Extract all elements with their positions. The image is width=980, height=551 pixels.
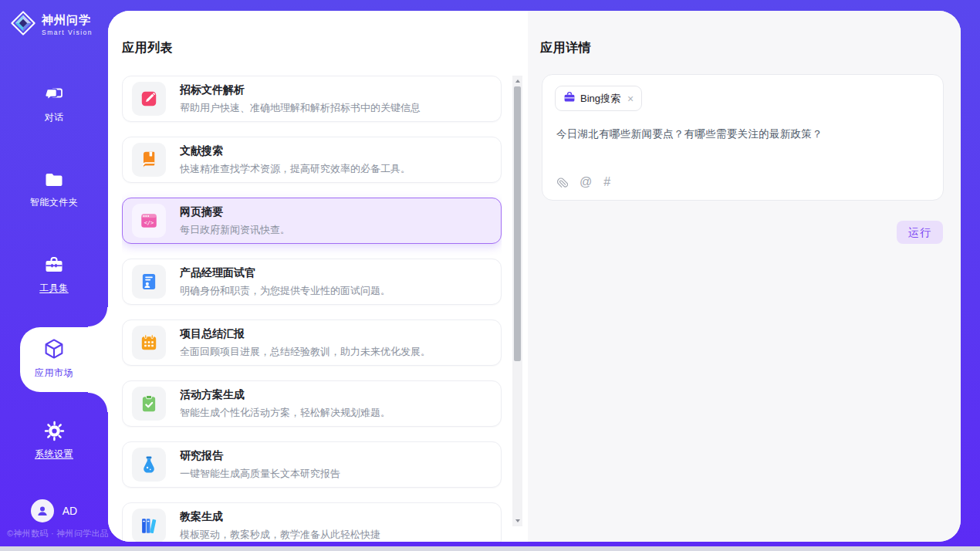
query-text[interactable]: 今日湖北有哪些新闻要点？有哪些需要关注的最新政策？ [556, 127, 929, 141]
app-card-title: 产品经理面试官 [180, 266, 390, 280]
books-icon [132, 509, 166, 542]
svg-text:</>: </> [144, 219, 154, 226]
composer-toolbar: @# [556, 175, 610, 189]
sidebar-item-label: 智能文件夹 [0, 196, 108, 209]
sidebar-item-label: 系统设置 [0, 448, 108, 461]
attachment-icon[interactable] [556, 176, 568, 189]
app-detail-panel: 应用详情 Bing搜索 × 今日湖北有哪些新闻要点？有哪些需要关注的最新政策？ … [528, 11, 961, 542]
prompt-input-card[interactable]: Bing搜索 × 今日湖北有哪些新闻要点？有哪些需要关注的最新政策？ @# [542, 74, 944, 201]
active-nav-bubble-curve-top [88, 307, 108, 327]
brand-name: 神州问学 [42, 13, 93, 28]
mention-icon[interactable]: @ [580, 175, 592, 189]
app-card-description: 全面回顾项目进展，总结经验教训，助力未来优化发展。 [180, 345, 431, 359]
app-card-title: 网页摘要 [180, 205, 290, 219]
app-card-description: 每日政府新闻资讯快查。 [180, 223, 290, 237]
app-card-description: 模板驱动，教案秒成，教学准备从此轻松快捷 [180, 528, 380, 542]
app-card-title: 教案生成 [180, 510, 380, 524]
app-card-title: 活动方案生成 [180, 388, 390, 402]
app-card-description: 明确身份和职责，为您提供专业性的面试问题。 [180, 284, 390, 298]
calendar-icon [132, 326, 166, 360]
app-card-literature-search[interactable]: 文献搜索快速精准查找学术资源，提高研究效率的必备工具。 [122, 137, 502, 183]
app-card-project-summary[interactable]: 项目总结汇报全面回顾项目进展，总结经验教训，助力未来优化发展。 [122, 319, 502, 366]
hashtag-icon[interactable]: # [603, 175, 610, 189]
copyright-footer: ©神州数码 · 神州问学出品 [7, 528, 108, 539]
cube-icon [42, 337, 66, 359]
scrollbar-up-arrow-icon[interactable] [512, 76, 522, 86]
app-card-event-plan[interactable]: 活动方案生成智能生成个性化活动方案，轻松解决规划难题。 [122, 380, 502, 427]
tool-tag-close-icon[interactable]: × [627, 93, 634, 104]
app-card-lesson-plan[interactable]: 教案生成模板驱动，教案秒成，教学准备从此轻松快捷 [122, 502, 502, 542]
main-content: 应用列表 招标文件解析帮助用户快速、准确地理解和解析招标书中的关键信息文献搜索快… [108, 11, 961, 542]
app-list-panel: 应用列表 招标文件解析帮助用户快速、准确地理解和解析招标书中的关键信息文献搜索快… [108, 11, 528, 542]
avatar [31, 499, 54, 522]
sidebar-item-smart-folders[interactable]: 智能文件夹 [0, 170, 108, 209]
briefcase-icon [563, 91, 576, 106]
sidebar-item-system-settings[interactable]: 系统设置 [0, 421, 108, 461]
app-card-title: 项目总结汇报 [180, 327, 431, 341]
app-card-title: 招标文件解析 [180, 83, 421, 97]
user-profile[interactable]: AD [0, 499, 108, 522]
flask-icon [132, 448, 166, 482]
tool-tag-bing-search[interactable]: Bing搜索 × [555, 86, 642, 111]
app-card-title: 研究报告 [180, 449, 340, 463]
sidebar-item-label: 对话 [0, 111, 108, 124]
app-card-description: 智能生成个性化活动方案，轻松解决规划难题。 [180, 406, 390, 420]
app-card-list: 招标文件解析帮助用户快速、准确地理解和解析招标书中的关键信息文献搜索快速精准查找… [122, 76, 502, 542]
brand-logo: 神州问学 Smart Vision [10, 10, 93, 39]
tool-tag-label: Bing搜索 [580, 92, 620, 106]
sidebar: 神州问学 Smart Vision 对话智能文件夹工具集应用市场系统设置 AD … [0, 0, 108, 546]
scrollbar[interactable] [512, 76, 522, 526]
sidebar-item-toolset[interactable]: 工具集 [0, 255, 108, 295]
app-list-title: 应用列表 [122, 40, 173, 56]
sidebar-item-app-market[interactable]: 应用市场 [0, 337, 108, 380]
app-card-research-report[interactable]: 研究报告一键智能生成高质量长文本研究报告 [122, 441, 502, 488]
user-label: AD [63, 505, 77, 517]
web-code-icon: </> [132, 204, 166, 238]
toolbox-icon [44, 255, 64, 277]
active-nav-bubble-curve-bottom [88, 392, 108, 412]
folder-icon [44, 170, 64, 191]
sidebar-item-chat[interactable]: 对话 [0, 85, 108, 124]
gear-icon [44, 421, 65, 442]
app-card-title: 文献搜索 [180, 144, 411, 158]
brand-tagline: Smart Vision [42, 29, 93, 36]
brand-diamond-icon [10, 10, 36, 39]
app-card-web-summary[interactable]: </>网页摘要每日政府新闻资讯快查。 [122, 198, 502, 244]
app-card-description: 帮助用户快速、准确地理解和解析招标书中的关键信息 [180, 101, 421, 115]
chat-icon [44, 85, 65, 106]
scrollbar-thumb[interactable] [514, 86, 521, 361]
app-card-description: 一键智能生成高质量长文本研究报告 [180, 467, 340, 481]
doc-edit-icon [132, 82, 166, 116]
clipboard-check-icon [132, 387, 166, 421]
interviewer-icon [132, 265, 166, 299]
app-card-description: 快速精准查找学术资源，提高研究效率的必备工具。 [180, 162, 411, 176]
sidebar-item-label: 应用市场 [0, 367, 108, 380]
sidebar-item-label: 工具集 [0, 282, 108, 295]
app-card-bid-doc-parse[interactable]: 招标文件解析帮助用户快速、准确地理解和解析招标书中的关键信息 [122, 76, 502, 122]
app-detail-title: 应用详情 [540, 40, 591, 56]
run-button[interactable]: 运行 [897, 221, 943, 244]
app-card-pm-interviewer[interactable]: 产品经理面试官明确身份和职责，为您提供专业性的面试问题。 [122, 259, 502, 305]
scrollbar-down-arrow-icon[interactable] [512, 516, 522, 526]
book-icon [132, 143, 166, 177]
